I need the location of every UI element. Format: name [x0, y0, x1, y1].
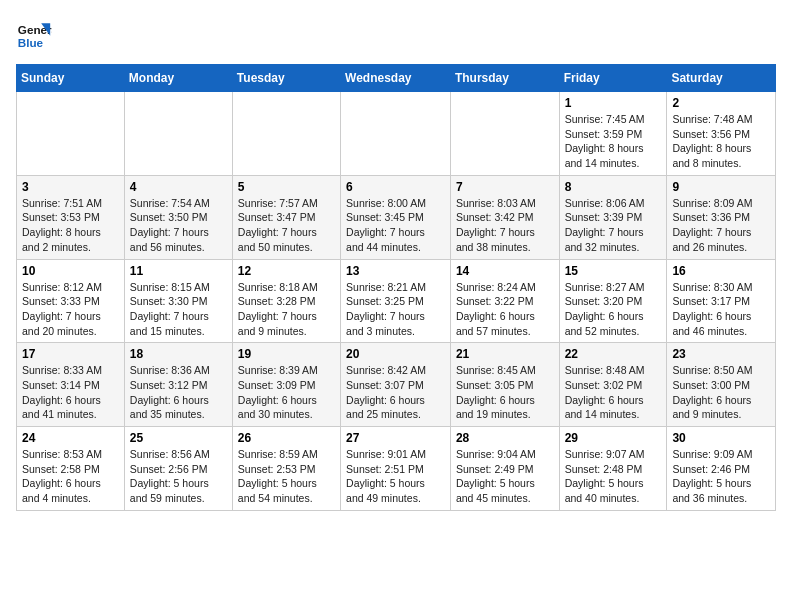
day-number: 10 — [22, 264, 119, 278]
day-number: 4 — [130, 180, 227, 194]
day-number: 5 — [238, 180, 335, 194]
weekday-header-friday: Friday — [559, 65, 667, 92]
calendar-cell — [17, 92, 125, 176]
day-number: 1 — [565, 96, 662, 110]
day-number: 11 — [130, 264, 227, 278]
calendar-cell: 19Sunrise: 8:39 AM Sunset: 3:09 PM Dayli… — [232, 343, 340, 427]
day-info: Sunrise: 8:42 AM Sunset: 3:07 PM Dayligh… — [346, 363, 445, 422]
calendar-week-2: 3Sunrise: 7:51 AM Sunset: 3:53 PM Daylig… — [17, 175, 776, 259]
calendar-cell: 18Sunrise: 8:36 AM Sunset: 3:12 PM Dayli… — [124, 343, 232, 427]
day-info: Sunrise: 9:09 AM Sunset: 2:46 PM Dayligh… — [672, 447, 770, 506]
day-number: 18 — [130, 347, 227, 361]
day-info: Sunrise: 8:15 AM Sunset: 3:30 PM Dayligh… — [130, 280, 227, 339]
day-number: 26 — [238, 431, 335, 445]
weekday-header-sunday: Sunday — [17, 65, 125, 92]
day-info: Sunrise: 9:04 AM Sunset: 2:49 PM Dayligh… — [456, 447, 554, 506]
day-info: Sunrise: 8:39 AM Sunset: 3:09 PM Dayligh… — [238, 363, 335, 422]
day-info: Sunrise: 7:48 AM Sunset: 3:56 PM Dayligh… — [672, 112, 770, 171]
calendar-cell: 2Sunrise: 7:48 AM Sunset: 3:56 PM Daylig… — [667, 92, 776, 176]
day-number: 22 — [565, 347, 662, 361]
day-info: Sunrise: 7:45 AM Sunset: 3:59 PM Dayligh… — [565, 112, 662, 171]
day-info: Sunrise: 8:30 AM Sunset: 3:17 PM Dayligh… — [672, 280, 770, 339]
day-number: 23 — [672, 347, 770, 361]
calendar-cell: 23Sunrise: 8:50 AM Sunset: 3:00 PM Dayli… — [667, 343, 776, 427]
day-info: Sunrise: 8:24 AM Sunset: 3:22 PM Dayligh… — [456, 280, 554, 339]
calendar-cell — [341, 92, 451, 176]
calendar-cell: 21Sunrise: 8:45 AM Sunset: 3:05 PM Dayli… — [450, 343, 559, 427]
day-number: 13 — [346, 264, 445, 278]
calendar-cell: 20Sunrise: 8:42 AM Sunset: 3:07 PM Dayli… — [341, 343, 451, 427]
day-info: Sunrise: 7:54 AM Sunset: 3:50 PM Dayligh… — [130, 196, 227, 255]
calendar-cell: 11Sunrise: 8:15 AM Sunset: 3:30 PM Dayli… — [124, 259, 232, 343]
calendar-cell — [232, 92, 340, 176]
weekday-header-monday: Monday — [124, 65, 232, 92]
calendar-cell — [450, 92, 559, 176]
day-number: 15 — [565, 264, 662, 278]
calendar-cell: 8Sunrise: 8:06 AM Sunset: 3:39 PM Daylig… — [559, 175, 667, 259]
weekday-header-row: SundayMondayTuesdayWednesdayThursdayFrid… — [17, 65, 776, 92]
day-number: 27 — [346, 431, 445, 445]
day-info: Sunrise: 7:51 AM Sunset: 3:53 PM Dayligh… — [22, 196, 119, 255]
calendar-cell: 1Sunrise: 7:45 AM Sunset: 3:59 PM Daylig… — [559, 92, 667, 176]
calendar-cell: 28Sunrise: 9:04 AM Sunset: 2:49 PM Dayli… — [450, 427, 559, 511]
calendar-cell: 27Sunrise: 9:01 AM Sunset: 2:51 PM Dayli… — [341, 427, 451, 511]
day-number: 7 — [456, 180, 554, 194]
day-info: Sunrise: 8:06 AM Sunset: 3:39 PM Dayligh… — [565, 196, 662, 255]
weekday-header-saturday: Saturday — [667, 65, 776, 92]
weekday-header-wednesday: Wednesday — [341, 65, 451, 92]
day-info: Sunrise: 8:36 AM Sunset: 3:12 PM Dayligh… — [130, 363, 227, 422]
day-info: Sunrise: 9:01 AM Sunset: 2:51 PM Dayligh… — [346, 447, 445, 506]
day-info: Sunrise: 8:48 AM Sunset: 3:02 PM Dayligh… — [565, 363, 662, 422]
day-number: 12 — [238, 264, 335, 278]
calendar-cell: 22Sunrise: 8:48 AM Sunset: 3:02 PM Dayli… — [559, 343, 667, 427]
day-number: 21 — [456, 347, 554, 361]
calendar-cell: 16Sunrise: 8:30 AM Sunset: 3:17 PM Dayli… — [667, 259, 776, 343]
calendar-cell: 10Sunrise: 8:12 AM Sunset: 3:33 PM Dayli… — [17, 259, 125, 343]
day-number: 30 — [672, 431, 770, 445]
day-info: Sunrise: 8:18 AM Sunset: 3:28 PM Dayligh… — [238, 280, 335, 339]
calendar-cell: 15Sunrise: 8:27 AM Sunset: 3:20 PM Dayli… — [559, 259, 667, 343]
weekday-header-tuesday: Tuesday — [232, 65, 340, 92]
calendar-cell: 3Sunrise: 7:51 AM Sunset: 3:53 PM Daylig… — [17, 175, 125, 259]
day-number: 16 — [672, 264, 770, 278]
day-number: 6 — [346, 180, 445, 194]
calendar-cell: 24Sunrise: 8:53 AM Sunset: 2:58 PM Dayli… — [17, 427, 125, 511]
day-info: Sunrise: 9:07 AM Sunset: 2:48 PM Dayligh… — [565, 447, 662, 506]
calendar-cell: 25Sunrise: 8:56 AM Sunset: 2:56 PM Dayli… — [124, 427, 232, 511]
day-info: Sunrise: 8:50 AM Sunset: 3:00 PM Dayligh… — [672, 363, 770, 422]
logo-area: General Blue — [16, 16, 56, 52]
day-number: 25 — [130, 431, 227, 445]
calendar-cell: 13Sunrise: 8:21 AM Sunset: 3:25 PM Dayli… — [341, 259, 451, 343]
calendar-week-1: 1Sunrise: 7:45 AM Sunset: 3:59 PM Daylig… — [17, 92, 776, 176]
day-info: Sunrise: 8:59 AM Sunset: 2:53 PM Dayligh… — [238, 447, 335, 506]
calendar-cell: 6Sunrise: 8:00 AM Sunset: 3:45 PM Daylig… — [341, 175, 451, 259]
day-info: Sunrise: 8:21 AM Sunset: 3:25 PM Dayligh… — [346, 280, 445, 339]
day-number: 14 — [456, 264, 554, 278]
day-info: Sunrise: 8:33 AM Sunset: 3:14 PM Dayligh… — [22, 363, 119, 422]
day-info: Sunrise: 8:45 AM Sunset: 3:05 PM Dayligh… — [456, 363, 554, 422]
calendar-week-5: 24Sunrise: 8:53 AM Sunset: 2:58 PM Dayli… — [17, 427, 776, 511]
header: General Blue — [16, 16, 776, 52]
day-number: 24 — [22, 431, 119, 445]
calendar-week-4: 17Sunrise: 8:33 AM Sunset: 3:14 PM Dayli… — [17, 343, 776, 427]
day-info: Sunrise: 8:27 AM Sunset: 3:20 PM Dayligh… — [565, 280, 662, 339]
calendar-cell: 5Sunrise: 7:57 AM Sunset: 3:47 PM Daylig… — [232, 175, 340, 259]
calendar-cell: 30Sunrise: 9:09 AM Sunset: 2:46 PM Dayli… — [667, 427, 776, 511]
day-info: Sunrise: 7:57 AM Sunset: 3:47 PM Dayligh… — [238, 196, 335, 255]
day-number: 3 — [22, 180, 119, 194]
calendar-cell: 7Sunrise: 8:03 AM Sunset: 3:42 PM Daylig… — [450, 175, 559, 259]
day-info: Sunrise: 8:56 AM Sunset: 2:56 PM Dayligh… — [130, 447, 227, 506]
day-number: 17 — [22, 347, 119, 361]
weekday-header-thursday: Thursday — [450, 65, 559, 92]
day-number: 19 — [238, 347, 335, 361]
calendar-week-3: 10Sunrise: 8:12 AM Sunset: 3:33 PM Dayli… — [17, 259, 776, 343]
calendar-cell: 4Sunrise: 7:54 AM Sunset: 3:50 PM Daylig… — [124, 175, 232, 259]
calendar-cell: 14Sunrise: 8:24 AM Sunset: 3:22 PM Dayli… — [450, 259, 559, 343]
logo-icon: General Blue — [16, 16, 52, 52]
calendar-cell: 9Sunrise: 8:09 AM Sunset: 3:36 PM Daylig… — [667, 175, 776, 259]
day-info: Sunrise: 8:09 AM Sunset: 3:36 PM Dayligh… — [672, 196, 770, 255]
day-number: 29 — [565, 431, 662, 445]
day-number: 9 — [672, 180, 770, 194]
calendar-cell: 12Sunrise: 8:18 AM Sunset: 3:28 PM Dayli… — [232, 259, 340, 343]
day-info: Sunrise: 8:00 AM Sunset: 3:45 PM Dayligh… — [346, 196, 445, 255]
